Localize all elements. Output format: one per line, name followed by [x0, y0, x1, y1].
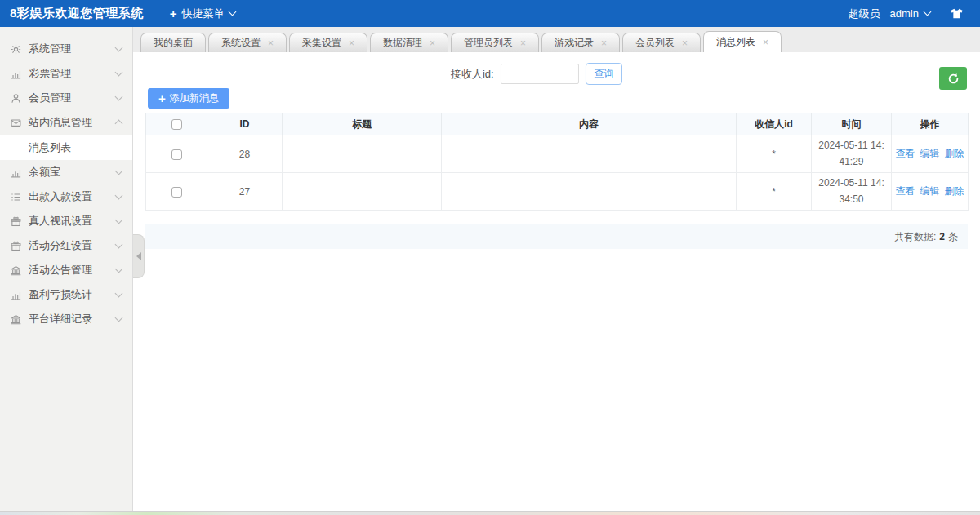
refresh-icon: [947, 73, 960, 85]
top-bar: 8彩娱乐欢迎您管理系统 + 快捷菜单 超级员 admin: [0, 0, 980, 27]
total-unit: 条: [948, 230, 958, 244]
user-menu-button[interactable]: admin: [890, 7, 930, 20]
quick-menu-label: 快捷菜单: [182, 7, 225, 21]
sidebar-item-label: 彩票管理: [29, 66, 71, 81]
sidebar-item-2[interactable]: 彩票管理: [0, 61, 132, 86]
sidebar-item-label: 活动分红设置: [29, 238, 92, 253]
sidebar-item-label: 真人视讯设置: [29, 214, 92, 229]
cell-actions: 查看编辑删除: [892, 173, 969, 211]
sidebar-item-7[interactable]: 真人视讯设置: [0, 209, 132, 233]
gift-icon: [11, 216, 22, 227]
tab-1[interactable]: 我的桌面: [140, 33, 206, 52]
row-checkbox-cell: [146, 135, 207, 173]
message-table: ID标题内容收信人id时间操作 28*2024-05-11 14:41:29查看…: [145, 113, 969, 211]
sidebar-item-5[interactable]: 余额宝: [0, 160, 132, 184]
receiver-id-input[interactable]: [501, 64, 579, 84]
add-message-label: 添加新消息: [170, 91, 219, 105]
tab-8[interactable]: 消息列表×: [703, 31, 782, 52]
chart-icon: [11, 290, 22, 300]
username: admin: [890, 7, 919, 20]
gear-icon: [11, 44, 22, 55]
sidebar-item-9[interactable]: 活动公告管理: [0, 258, 132, 282]
cell-title: [283, 135, 442, 173]
sidebar-collapse-handle[interactable]: [133, 234, 145, 278]
cell-content: [442, 135, 737, 173]
sidebar-item-label: 盈利亏损统计: [29, 287, 92, 302]
action-link-1[interactable]: 查看: [896, 185, 915, 197]
chevron-down-icon: [924, 8, 932, 16]
plus-icon: +: [158, 91, 166, 105]
user-role: 超级员: [849, 7, 880, 21]
cell-title: [283, 173, 442, 211]
tab-7[interactable]: 会员列表×: [622, 33, 701, 52]
cell-content: [442, 173, 737, 211]
cell-time: 2024-05-11 14:34:50: [812, 173, 892, 211]
close-icon[interactable]: ×: [682, 38, 688, 48]
list-icon: [11, 192, 22, 202]
sidebar-item-4[interactable]: 站内消息管理: [0, 110, 132, 135]
action-link-3[interactable]: 删除: [945, 185, 964, 197]
chevron-down-icon: [115, 68, 123, 76]
sidebar-item-6[interactable]: 出款入款设置: [0, 184, 132, 209]
close-icon[interactable]: ×: [349, 38, 354, 48]
table-row: 27*2024-05-11 14:34:50查看编辑删除: [146, 173, 969, 211]
action-link-1[interactable]: 查看: [896, 148, 915, 159]
chevron-down-icon: [115, 313, 123, 322]
quick-menu-button[interactable]: + 快捷菜单: [170, 7, 235, 21]
close-icon[interactable]: ×: [520, 38, 526, 48]
add-message-button[interactable]: + 添加新消息: [148, 88, 229, 109]
chart-icon: [11, 167, 22, 178]
sidebar-item-3[interactable]: 会员管理: [0, 86, 132, 110]
tshirt-icon: [950, 8, 964, 19]
select-all-checkbox[interactable]: [172, 119, 182, 130]
action-link-2[interactable]: 编辑: [920, 185, 940, 197]
column-header: 标题: [283, 113, 442, 135]
close-icon[interactable]: ×: [601, 38, 607, 48]
header-checkbox-cell: [146, 113, 207, 135]
tab-6[interactable]: 游戏记录×: [541, 33, 620, 52]
tab-label: 我的桌面: [154, 36, 193, 50]
row-checkbox-cell: [146, 173, 207, 211]
tab-4[interactable]: 数据清理×: [370, 33, 448, 52]
main-content: 接收人id: 查询 + 添加新消息 ID标题内容收信人id时间操作 28*202…: [134, 52, 980, 511]
table-header-row: ID标题内容收信人id时间操作: [146, 113, 969, 135]
sidebar-item-label: 余额宝: [29, 165, 60, 180]
table-body: 28*2024-05-11 14:41:29查看编辑删除27*2024-05-1…: [146, 135, 969, 211]
close-icon[interactable]: ×: [430, 38, 435, 48]
tab-label: 会员列表: [635, 36, 675, 50]
chevron-down-icon: [115, 92, 123, 100]
table-footer: 共有数据: 2 条: [145, 224, 968, 249]
sidebar-item-11[interactable]: 平台详细记录: [0, 307, 132, 331]
gift-icon: [11, 241, 22, 251]
action-link-2[interactable]: 编辑: [920, 148, 940, 159]
sidebar-item-8[interactable]: 活动分红设置: [0, 233, 132, 258]
sidebar-subitem-消息列表[interactable]: 消息列表: [0, 135, 132, 160]
query-button[interactable]: 查询: [586, 63, 622, 85]
row-checkbox[interactable]: [172, 187, 182, 198]
sidebar-item-1[interactable]: 系统管理: [0, 37, 132, 61]
tab-label: 采集设置: [302, 36, 341, 50]
chevron-down-icon: [115, 240, 123, 248]
table-row: 28*2024-05-11 14:41:29查看编辑删除: [146, 135, 969, 173]
total-label: 共有数据:: [894, 230, 936, 244]
cell-id: 27: [207, 173, 283, 211]
theme-skin-button[interactable]: [950, 8, 964, 19]
tab-3[interactable]: 采集设置×: [289, 33, 368, 52]
tab-2[interactable]: 系统设置×: [208, 33, 287, 52]
cell-id: 28: [207, 135, 283, 173]
tab-label: 数据清理: [383, 36, 422, 50]
tab-5[interactable]: 管理员列表×: [451, 33, 539, 52]
column-header: 操作: [892, 113, 969, 135]
cell-actions: 查看编辑删除: [892, 135, 969, 173]
chevron-down-icon: [115, 43, 123, 51]
sidebar-item-label: 活动公告管理: [29, 263, 92, 277]
chevron-up-icon: [115, 120, 123, 128]
action-link-3[interactable]: 删除: [945, 148, 964, 159]
sidebar-item-10[interactable]: 盈利亏损统计: [0, 282, 132, 307]
row-checkbox[interactable]: [172, 149, 182, 160]
collapse-arrow-icon: [136, 252, 141, 260]
close-icon[interactable]: ×: [268, 38, 274, 48]
close-icon[interactable]: ×: [763, 38, 768, 47]
refresh-button[interactable]: [939, 67, 967, 90]
toolbar: 接收人id: 查询 + 添加新消息: [134, 52, 980, 113]
